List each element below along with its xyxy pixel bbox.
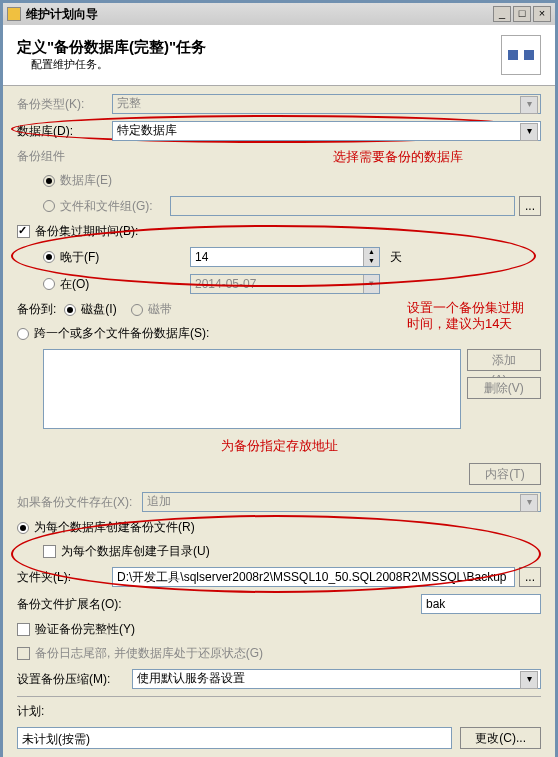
expire-label: 备份集过期时间(B): xyxy=(35,223,138,240)
plan-display: 未计划(按需) xyxy=(17,727,452,749)
subdir-label: 为每个数据库创建子目录(U) xyxy=(61,543,210,560)
backup-to-label: 备份到: xyxy=(17,301,56,318)
backup-files-list[interactable] xyxy=(43,349,461,429)
folder-label: 文件夹(L): xyxy=(17,569,112,586)
add-button: 添加(A)... xyxy=(467,349,541,371)
backup-to-disk-label: 磁盘(I) xyxy=(81,301,116,318)
folder-browse-button[interactable]: ... xyxy=(519,567,541,587)
tail-log-label: 备份日志尾部, 并使数据库处于还原状态(G) xyxy=(35,645,263,662)
compression-select[interactable]: 使用默认服务器设置 xyxy=(132,669,541,689)
expire-after-label: 晚于(F) xyxy=(60,249,190,266)
database-select[interactable]: 特定数据库 xyxy=(112,121,541,141)
component-filegroup-label: 文件和文件组(G): xyxy=(60,198,170,215)
if-exists-select: 追加 xyxy=(142,492,541,512)
subdir-checkbox[interactable] xyxy=(43,545,56,558)
plan-label: 计划: xyxy=(17,703,44,720)
expire-checkbox[interactable] xyxy=(17,225,30,238)
backup-to-disk-radio[interactable] xyxy=(64,304,76,316)
minimize-button[interactable]: _ xyxy=(493,6,511,22)
change-plan-button[interactable]: 更改(C)... xyxy=(460,727,541,749)
verify-checkbox[interactable] xyxy=(17,623,30,636)
wizard-icon xyxy=(501,35,541,75)
tail-log-checkbox xyxy=(17,647,30,660)
per-db-file-label: 为每个数据库创建备份文件(R) xyxy=(34,519,195,536)
expire-after-radio[interactable] xyxy=(43,251,55,263)
app-icon xyxy=(7,7,21,21)
page-title: 定义"备份数据库(完整)"任务 xyxy=(17,38,501,57)
spinner-up[interactable]: ▲ xyxy=(363,248,379,257)
wizard-header: 定义"备份数据库(完整)"任务 配置维护任务。 xyxy=(3,25,555,86)
span-files-radio[interactable] xyxy=(17,328,29,340)
remove-button: 删除(V) xyxy=(467,377,541,399)
backup-type-select: 完整 xyxy=(112,94,541,114)
expire-unit: 天 xyxy=(390,249,402,266)
expire-on-radio[interactable] xyxy=(43,278,55,290)
backup-to-tape-radio xyxy=(131,304,143,316)
compression-label: 设置备份压缩(M): xyxy=(17,671,132,688)
per-db-file-radio[interactable] xyxy=(17,522,29,534)
ext-label: 备份文件扩展名(O): xyxy=(17,596,142,613)
filegroup-browse-button[interactable]: ... xyxy=(519,196,541,216)
expire-days-input[interactable] xyxy=(191,248,363,266)
components-label: 备份组件 xyxy=(17,148,112,165)
expire-on-label: 在(O) xyxy=(60,276,190,293)
span-files-label: 跨一个或多个文件备份数据库(S): xyxy=(34,325,209,342)
component-database-radio xyxy=(43,175,55,187)
maximize-button[interactable]: □ xyxy=(513,6,531,22)
annotation-path: 为备份指定存放地址 xyxy=(221,438,338,453)
close-button[interactable]: × xyxy=(533,6,551,22)
component-filegroup-radio xyxy=(43,200,55,212)
ext-input[interactable] xyxy=(421,594,541,614)
titlebar: 维护计划向导 _ □ × xyxy=(3,3,555,25)
backup-to-tape-label: 磁带 xyxy=(148,301,172,318)
annotation-select-db: 选择需要备份的数据库 xyxy=(333,148,463,166)
verify-label: 验证备份完整性(Y) xyxy=(35,621,135,638)
if-exists-label: 如果备份文件存在(X): xyxy=(17,494,142,511)
folder-input[interactable] xyxy=(112,567,515,587)
component-database-label: 数据库(E) xyxy=(60,172,112,189)
backup-type-label: 备份类型(K): xyxy=(17,96,112,113)
expire-days-spinner[interactable]: ▲▼ xyxy=(190,247,380,267)
contents-button: 内容(T) xyxy=(469,463,541,485)
filegroup-input xyxy=(170,196,515,216)
database-label: 数据库(D): xyxy=(17,123,112,140)
annotation-expire2: 时间，建议为14天 xyxy=(407,315,512,333)
page-subtitle: 配置维护任务。 xyxy=(31,57,501,72)
window-title: 维护计划向导 xyxy=(26,6,491,23)
spinner-down[interactable]: ▼ xyxy=(363,257,379,266)
expire-on-date: 2014-05-07▾ xyxy=(190,274,380,294)
